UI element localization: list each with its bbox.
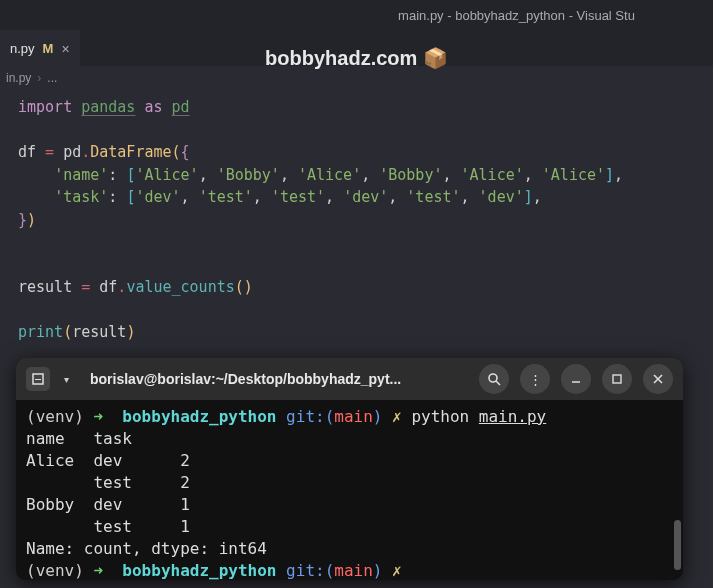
tab-modified-indicator: M [43, 41, 54, 56]
breadcrumb[interactable]: in.py › ... [0, 66, 713, 90]
terminal-body[interactable]: (venv) ➜ bobbyhadz_python git:(main) ✗ p… [16, 400, 683, 580]
editor-tab-bar: n.py M × [0, 30, 713, 66]
terminal-icon [32, 373, 44, 385]
ref-pd: pd [63, 143, 81, 161]
close-icon [653, 374, 663, 384]
prompt-arrow-icon: ➜ [93, 407, 103, 426]
minimize-icon [570, 373, 582, 385]
command-arg: main.py [479, 407, 546, 426]
method-value-counts: value_counts [126, 278, 234, 296]
output-row: Bobby dev 1 [26, 495, 190, 514]
breadcrumb-more: ... [47, 71, 57, 85]
dirty-icon: ✗ [392, 561, 402, 580]
prompt-arrow-icon: ➜ [93, 561, 103, 580]
output-header: name task [26, 429, 199, 448]
keyword-as: as [144, 98, 162, 116]
git-label: git: [286, 407, 325, 426]
maximize-button[interactable] [602, 364, 632, 394]
svg-rect-1 [35, 379, 41, 380]
maximize-icon [612, 374, 622, 384]
kebab-icon: ⋮ [529, 372, 542, 387]
tab-dropdown-button[interactable]: ▾ [56, 367, 76, 391]
output-row: Alice dev 2 [26, 451, 190, 470]
git-branch: main [334, 407, 373, 426]
search-icon [487, 372, 501, 386]
chevron-down-icon: ▾ [64, 374, 69, 385]
keyword-import: import [18, 98, 72, 116]
key-name: 'name' [54, 166, 108, 184]
terminal-title: borislav@borislav:~/Desktop/bobbyhadz_py… [82, 371, 468, 387]
output-row: test 2 [26, 473, 190, 492]
op-eq: = [45, 143, 54, 161]
menu-button[interactable]: ⋮ [520, 364, 550, 394]
editor-tab-main[interactable]: n.py M × [0, 30, 80, 66]
terminal-panel: ▾ borislav@borislav:~/Desktop/bobbyhadz_… [16, 358, 683, 580]
venv-indicator: (venv) [26, 407, 84, 426]
prompt-project: bobbyhadz_python [122, 407, 276, 426]
op-dot: . [81, 143, 90, 161]
close-button[interactable] [643, 364, 673, 394]
output-dtype: Name: count, dtype: int64 [26, 539, 267, 558]
tab-filename: n.py [10, 41, 35, 56]
search-button[interactable] [479, 364, 509, 394]
code-editor[interactable]: import pandas as pd df = pd.DataFrame({ … [0, 90, 713, 350]
window-title-bar: main.py - bobbyhadz_python - Visual Stu [0, 0, 713, 30]
new-tab-button[interactable] [26, 367, 50, 391]
alias-pd: pd [172, 98, 190, 116]
var-result: result [18, 278, 72, 296]
window-title: main.py - bobbyhadz_python - Visual Stu [398, 8, 635, 23]
svg-point-2 [489, 374, 497, 382]
output-row: test 1 [26, 517, 190, 536]
minimize-button[interactable] [561, 364, 591, 394]
terminal-scrollbar[interactable] [674, 520, 681, 570]
svg-rect-5 [613, 375, 621, 383]
command: python [411, 407, 469, 426]
close-tab-icon[interactable]: × [61, 41, 69, 57]
dirty-icon: ✗ [392, 407, 402, 426]
svg-line-3 [496, 381, 500, 385]
class-dataframe: DataFrame [90, 143, 171, 161]
key-task: 'task' [54, 188, 108, 206]
module-pandas: pandas [81, 98, 135, 116]
chevron-right-icon: › [37, 71, 41, 85]
var-df: df [18, 143, 36, 161]
fn-print: print [18, 323, 63, 341]
breadcrumb-file: in.py [6, 71, 31, 85]
terminal-header: ▾ borislav@borislav:~/Desktop/bobbyhadz_… [16, 358, 683, 400]
